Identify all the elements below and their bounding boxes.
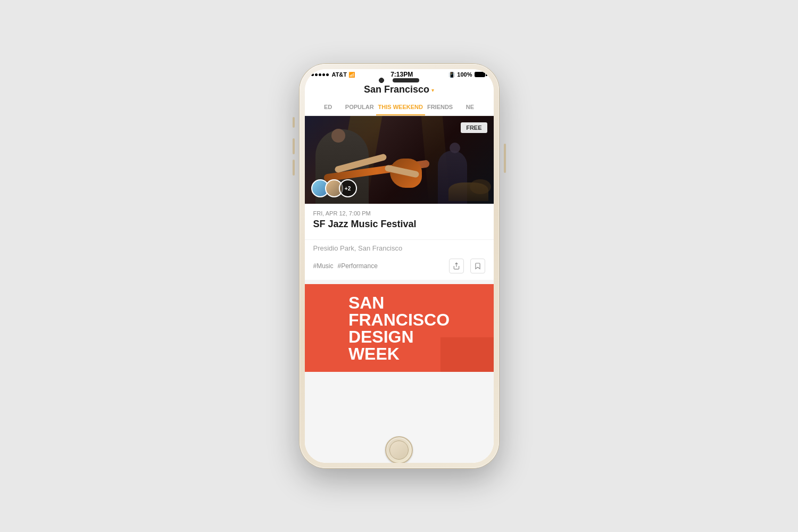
status-bar: AT&T 📶 7:13PM 📳 100% xyxy=(305,69,494,80)
bookmark-icon xyxy=(474,262,481,270)
status-time: 7:13PM xyxy=(390,71,413,78)
signal-dot-5 xyxy=(326,73,329,76)
volume-down-button[interactable] xyxy=(293,160,295,176)
event-divider xyxy=(305,239,494,240)
tab-friends[interactable]: FRIENDS xyxy=(425,99,455,115)
app-header: San Francisco ▾ ED POPULAR THIS WEEKEND xyxy=(305,80,494,116)
event-title: SF Jazz Music Festival xyxy=(313,219,485,230)
free-badge: FREE xyxy=(461,122,487,133)
design-week-line4: WEEK xyxy=(348,345,450,362)
performer-head xyxy=(331,129,345,143)
design-week-line3: DESIGN xyxy=(348,328,450,345)
event-card-design-week[interactable]: SAN FRANCISCO DESIGN WEEK xyxy=(305,284,494,372)
tab-this-weekend[interactable]: THIS WEEKEND xyxy=(376,99,425,115)
city-name: San Francisco xyxy=(364,84,429,95)
battery-tip xyxy=(486,73,487,76)
battery-icon xyxy=(475,72,487,77)
event-card-jazz[interactable]: FREE +2 FRI, APR 12, 7:00 PM SF Jazz Mus… xyxy=(305,116,494,280)
bluetooth-icon: 📳 xyxy=(448,72,455,78)
event-actions xyxy=(449,259,485,273)
avatar-extra-count: +2 xyxy=(339,179,357,197)
tag-performance[interactable]: #Performance xyxy=(338,262,378,270)
bookmark-button[interactable] xyxy=(470,259,485,273)
design-week-line1: SAN xyxy=(348,294,450,311)
status-right: 📳 100% xyxy=(448,71,487,78)
carrier-name: AT&T xyxy=(332,71,347,78)
tab-nearby[interactable]: NE xyxy=(455,99,485,115)
share-icon xyxy=(453,262,460,270)
share-button[interactable] xyxy=(449,259,464,273)
battery-body xyxy=(475,72,485,77)
home-button[interactable] xyxy=(385,436,413,463)
tag-music[interactable]: #Music xyxy=(313,262,334,270)
bg-performer-head xyxy=(450,143,460,153)
mute-button[interactable] xyxy=(293,117,295,128)
home-button-inner xyxy=(389,440,409,460)
app-screen: AT&T 📶 7:13PM 📳 100% xyxy=(305,69,494,463)
signal-dot-3 xyxy=(319,73,321,76)
battery-fill xyxy=(475,72,485,77)
phone-frame: AT&T 📶 7:13PM 📳 100% xyxy=(300,64,499,468)
tab-popular[interactable]: POPULAR xyxy=(343,99,376,115)
event-location: Presidio Park, San Francisco xyxy=(305,244,494,256)
signal-dot-2 xyxy=(315,73,318,76)
phone-screen: AT&T 📶 7:13PM 📳 100% xyxy=(305,69,494,463)
city-selector[interactable]: San Francisco ▾ xyxy=(313,84,485,99)
status-left: AT&T 📶 xyxy=(311,71,355,78)
design-week-overlay xyxy=(440,337,494,372)
power-button[interactable] xyxy=(504,144,506,173)
signal-strength xyxy=(311,73,329,76)
design-week-line2: FRANCISCO xyxy=(348,311,450,328)
wifi-icon: 📶 xyxy=(348,72,355,78)
cymbal xyxy=(470,179,491,194)
event-info: FRI, APR 12, 7:00 PM SF Jazz Music Festi… xyxy=(305,204,494,235)
event-footer: #Music #Performance xyxy=(305,256,494,280)
event-date: FRI, APR 12, 7:00 PM xyxy=(313,210,485,217)
tab-featured[interactable]: ED xyxy=(313,99,343,115)
event-image: FREE +2 xyxy=(305,116,494,204)
navigation-tabs: ED POPULAR THIS WEEKEND FRIENDS NE xyxy=(313,99,485,115)
signal-dot-4 xyxy=(322,73,325,76)
signal-dot-1 xyxy=(311,73,314,76)
chevron-down-icon: ▾ xyxy=(431,87,434,93)
volume-up-button[interactable] xyxy=(293,138,295,154)
content-area: FREE +2 FRI, APR 12, 7:00 PM SF Jazz Mus… xyxy=(305,116,494,463)
attendee-avatars: +2 xyxy=(311,179,357,197)
event-tags: #Music #Performance xyxy=(313,262,378,270)
battery-percent: 100% xyxy=(457,71,472,78)
